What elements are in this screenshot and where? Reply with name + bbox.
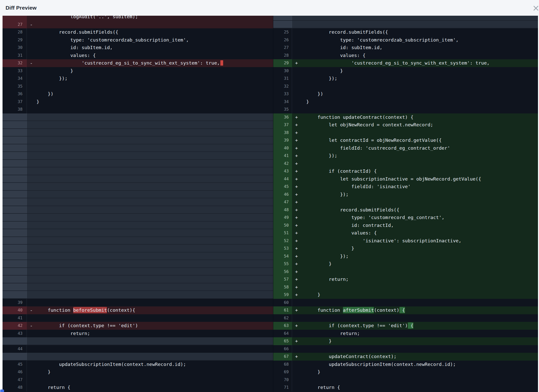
diff-marker: + [292,322,306,330]
code-text: 'custrecord_eg_si_to_sync_with_ext_syste… [306,59,538,67]
diff-marker [27,283,36,291]
diff-marker [27,222,36,229]
code-text [36,283,273,291]
code-line-new-61: 61+ function afterSubmit(context) { [273,306,538,314]
code-line-new-55: 55+ } [273,260,538,268]
code-text: return { [36,384,273,391]
code-text [36,83,273,90]
diff-marker [27,252,36,260]
diff-marker: + [292,283,306,291]
code-text [36,175,273,183]
code-line-new-49: 49+ type: 'customrecord_eg_contract', [273,214,538,222]
filler-row-old [3,222,273,229]
code-text: id: contractId, [306,222,538,229]
code-line-new-31: 31 }); [273,75,538,83]
code-text: type: 'customrecordzab_subscription_item… [36,36,273,44]
line-number: 36 [273,113,292,121]
diff-marker [27,276,36,283]
filler-row-old [3,337,273,345]
diff-marker: - [27,322,36,330]
code-line-old-clipped: logAudit('..', subItem); [3,16,273,21]
diff-marker [27,183,36,190]
line-number [3,283,27,291]
line-number: 66 [273,345,292,353]
diff-marker: + [292,144,306,152]
code-text: } [306,245,538,252]
diff-marker: + [292,337,306,345]
diff-marker [27,129,36,136]
line-number [3,191,27,198]
code-text [36,183,273,190]
diff-marker: + [292,276,306,283]
code-text: if (context.type !== 'edit') [36,322,273,330]
code-line-new-41: 41+ }); [273,152,538,160]
close-icon[interactable]: × [531,4,539,12]
filler-row-old [3,206,273,214]
code-text [36,229,273,237]
code-text [36,136,273,144]
code-text: }); [306,191,538,199]
line-number: 38 [3,106,27,113]
diff-preview-dialog: Diff Preview × logAudit('..', subItem);2… [0,0,539,392]
filler-row-old [3,353,273,361]
code-text [36,276,273,283]
filler-row-old [3,121,273,129]
code-text [36,245,273,252]
code-text [36,345,273,353]
code-line-new-40: 40+ fieldId: 'custrecord_eg_contract_ord… [273,144,538,152]
line-number: 33 [273,90,292,98]
code-text: let subscriptionInactive = objNewRecord.… [306,175,538,183]
code-line-new-30: 30 } [273,67,538,75]
code-text [36,376,273,384]
diff-marker [27,113,36,121]
diff-marker: - [27,306,36,314]
line-number [3,206,27,213]
line-number [3,113,27,121]
line-number: 60 [273,299,292,307]
code-text [36,121,273,128]
line-number: 40 [273,144,292,152]
line-number: 42 [3,322,27,330]
code-text: } [36,368,273,376]
code-text: updateContract(context); [306,353,538,361]
code-text: }) [306,90,538,98]
diff-marker [27,314,36,322]
filler-row-old [3,136,273,144]
diff-marker [292,106,306,113]
diff-marker [292,384,306,391]
filler-row-old [3,214,273,222]
filler-row-old [3,252,273,260]
code-line-new-35: 35 [273,106,538,113]
filler-row-old [3,260,273,268]
code-line-new-39: 39+ let contractId = objNewRecord.getVal… [273,136,538,144]
line-number: 28 [3,28,27,36]
diff-marker: + [292,237,306,245]
code-text [306,160,538,168]
code-line-old-47: 47 [3,376,273,384]
line-number: 47 [3,376,27,384]
line-number [3,260,27,267]
line-number: 35 [273,106,292,113]
diff-container[interactable]: logAudit('..', subItem);27-28 record.sub… [3,16,538,392]
scroll-chip [0,389,4,392]
diff-marker [27,337,36,345]
code-text: fieldId: 'isinactive' [306,183,538,191]
line-number [3,291,27,298]
line-number [3,229,27,237]
code-line-new-46: 46+ }); [273,191,538,199]
diff-marker [27,52,36,60]
code-line-old-36: 36 }) [3,90,273,98]
code-text: fieldId: 'custrecord_eg_contract_order' [306,144,538,152]
line-number [3,136,27,144]
code-text: } [306,98,538,106]
code-line-new-62: 62 [273,314,538,322]
diff-marker: + [292,260,306,268]
diff-marker [292,376,306,384]
code-line-new-44: 44+ let subscriptionInactive = objNewRec… [273,175,538,183]
code-text: record.submitFields({ [36,28,273,36]
line-number: 58 [273,283,292,291]
code-line-new-27: 27 id: subItem.id, [273,44,538,52]
line-number: 50 [273,222,292,229]
code-line-old-43: 43 return; [3,330,273,338]
diff-marker [27,106,36,113]
